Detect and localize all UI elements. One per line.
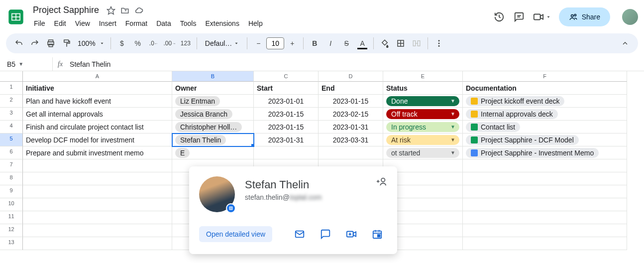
row-header-11[interactable]: 11: [0, 211, 23, 224]
cell-header-b[interactable]: Owner: [172, 82, 254, 95]
move-icon[interactable]: [120, 5, 130, 15]
comments-icon[interactable]: [513, 11, 525, 23]
cell-header-f[interactable]: Documentation: [463, 82, 627, 95]
add-contact-icon[interactable]: [376, 176, 387, 189]
name-box[interactable]: B5 ▼: [3, 57, 53, 71]
italic-button[interactable]: I: [323, 36, 337, 50]
menu-extensions[interactable]: Extensions: [201, 17, 243, 29]
fill-color-button[interactable]: [378, 36, 392, 50]
zoom-select[interactable]: 100%: [76, 39, 107, 47]
cell-2-e[interactable]: Done▼: [383, 95, 463, 108]
col-header-C[interactable]: C: [254, 71, 319, 82]
cell-3-b[interactable]: Jessica Branch: [172, 108, 254, 121]
borders-button[interactable]: [394, 36, 408, 50]
cell-5-f[interactable]: Project Sapphire - DCF Model: [463, 134, 627, 146]
row-header-13[interactable]: 13: [0, 237, 23, 250]
cell-4-d[interactable]: 2023-01-31: [319, 121, 383, 134]
strikethrough-button[interactable]: S: [339, 36, 353, 50]
cell-12-A[interactable]: [23, 224, 172, 237]
cell-2-f[interactable]: Project kickoff event deck: [463, 95, 627, 108]
row-header-1[interactable]: 1: [0, 82, 23, 95]
cell-10-A[interactable]: [23, 198, 172, 211]
menu-format[interactable]: Format: [121, 17, 151, 29]
paint-format-button[interactable]: [60, 36, 74, 50]
cell-4-b[interactable]: Christopher Holl…: [172, 121, 254, 134]
cell-4-a[interactable]: Finish and circulate project contact lis…: [23, 121, 172, 134]
cell-11-A[interactable]: [23, 211, 172, 224]
row-header-2[interactable]: 2: [0, 95, 23, 108]
row-header-9[interactable]: 9: [0, 185, 23, 198]
cell-header-d[interactable]: End: [319, 82, 383, 95]
menu-help[interactable]: Help: [244, 17, 267, 29]
print-button[interactable]: [44, 36, 58, 50]
menu-file[interactable]: File: [30, 17, 49, 29]
cell-3-c[interactable]: 2023-01-15: [254, 108, 319, 121]
cell-6-d[interactable]: [319, 146, 383, 159]
collapse-toolbar-button[interactable]: [618, 36, 632, 50]
meet-button[interactable]: [533, 11, 551, 22]
row-header-10[interactable]: 10: [0, 198, 23, 211]
increase-decimal-button[interactable]: .00→: [163, 36, 177, 50]
history-icon[interactable]: [493, 11, 505, 23]
cloud-status-icon[interactable]: [134, 5, 144, 15]
cell-6-c[interactable]: [254, 146, 319, 159]
share-button[interactable]: Share: [559, 7, 610, 26]
cell-header-c[interactable]: Start: [254, 82, 319, 95]
col-header-B[interactable]: B: [172, 71, 254, 82]
select-all-corner[interactable]: [0, 71, 23, 82]
bold-button[interactable]: B: [308, 36, 322, 50]
font-family-select[interactable]: Defaul…: [201, 39, 243, 47]
cell-header-e[interactable]: Status: [383, 82, 463, 95]
cell-8-F[interactable]: [463, 172, 627, 185]
cell-5-b[interactable]: Stefan Thelin: [172, 134, 254, 146]
fx-icon[interactable]: fx: [53, 60, 68, 68]
cell-2-c[interactable]: 2023-01-01: [254, 95, 319, 108]
cell-header-a[interactable]: Initiative: [23, 82, 172, 95]
row-header-8[interactable]: 8: [0, 172, 23, 185]
cell-4-f[interactable]: Contact list: [463, 121, 627, 134]
cell-6-f[interactable]: Project Sapphire - Investment Memo: [463, 146, 627, 159]
menu-edit[interactable]: Edit: [50, 17, 70, 29]
undo-button[interactable]: [12, 36, 26, 50]
cell-6-a[interactable]: Prepare and submit investment memo: [23, 146, 172, 159]
more-tools-button[interactable]: [432, 36, 446, 50]
row-header-6[interactable]: 6: [0, 146, 23, 159]
font-size-input[interactable]: [266, 37, 284, 49]
account-avatar[interactable]: [622, 9, 638, 25]
cell-3-f[interactable]: Internal approvals deck: [463, 108, 627, 121]
cell-4-c[interactable]: 2023-01-15: [254, 121, 319, 134]
cell-7-F[interactable]: [463, 159, 627, 172]
cell-5-e[interactable]: At risk▼: [383, 134, 463, 146]
video-call-icon[interactable]: [341, 224, 361, 244]
col-header-D[interactable]: D: [319, 71, 383, 82]
cell-5-a[interactable]: Develop DCF model for investment: [23, 134, 172, 146]
open-detailed-view-button[interactable]: Open detailed view: [199, 226, 272, 242]
decrease-font-size-button[interactable]: −: [251, 36, 265, 50]
cell-10-F[interactable]: [463, 198, 627, 211]
merge-cells-button[interactable]: [410, 36, 424, 50]
cell-3-a[interactable]: Get all internal approvals: [23, 108, 172, 121]
cell-4-e[interactable]: In progress▼: [383, 121, 463, 134]
cell-7-A[interactable]: [23, 159, 172, 172]
percent-button[interactable]: %: [131, 36, 145, 50]
email-icon[interactable]: [290, 224, 310, 244]
menu-insert[interactable]: Insert: [95, 17, 120, 29]
more-formats-button[interactable]: 123: [179, 36, 193, 50]
cell-13-F[interactable]: [463, 237, 627, 250]
cell-2-b[interactable]: Liz Entman: [172, 95, 254, 108]
cell-3-d[interactable]: 2023-02-15: [319, 108, 383, 121]
cell-5-d[interactable]: 2023-03-31: [319, 134, 383, 146]
document-title[interactable]: Project Sapphire: [30, 4, 102, 16]
cell-11-F[interactable]: [463, 211, 627, 224]
chat-icon[interactable]: [316, 224, 335, 244]
cell-9-F[interactable]: [463, 185, 627, 198]
formula-input[interactable]: Stefan Thelin: [68, 59, 644, 69]
cell-2-d[interactable]: 2023-01-15: [319, 95, 383, 108]
cell-2-a[interactable]: Plan and have kickoff event: [23, 95, 172, 108]
cell-6-e[interactable]: ot started▼: [383, 146, 463, 159]
text-color-button[interactable]: A: [355, 36, 369, 50]
decrease-decimal-button[interactable]: .0←: [147, 36, 161, 50]
menu-data[interactable]: Data: [152, 17, 175, 29]
sheets-logo-icon[interactable]: [6, 7, 26, 27]
cell-9-A[interactable]: [23, 185, 172, 198]
